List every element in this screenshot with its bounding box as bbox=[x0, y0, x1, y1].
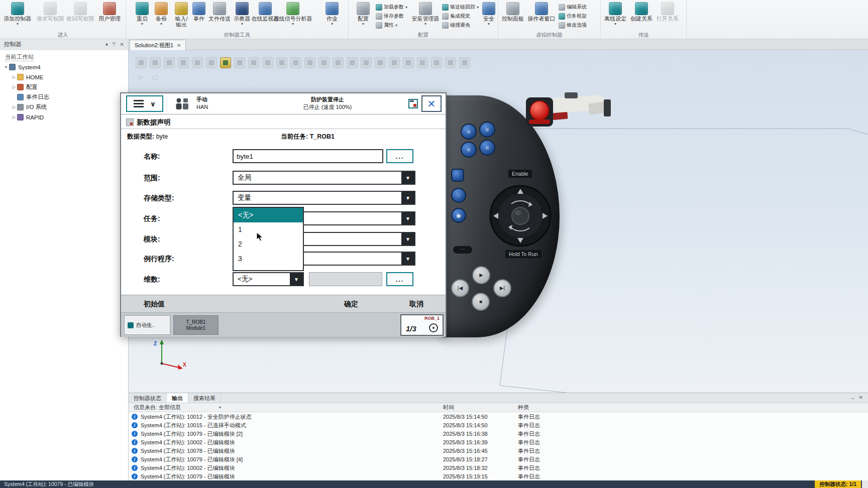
pendant-programmable-key-3[interactable]: ≡ bbox=[461, 142, 477, 158]
step-backward-button[interactable]: |◀ bbox=[451, 279, 469, 297]
ribbon-add-controller-button[interactable]: 添加控制器▾ bbox=[3, 1, 32, 31]
ribbon-configuration-button[interactable]: 配置▾ bbox=[353, 1, 374, 31]
dropdown-item-3[interactable]: 3 bbox=[234, 252, 303, 266]
ribbon-signal-analyzer-button[interactable]: 在线信号分析器▾ bbox=[273, 1, 313, 31]
play-simulation-icon[interactable]: ▷ bbox=[137, 72, 146, 81]
dimension-combo[interactable]: <无>▼ bbox=[233, 272, 304, 286]
log-row[interactable]: iSystem4 (工作站): 10002 - 已编辑模块2025/8/3 15… bbox=[129, 464, 868, 472]
graphics-tool-icon[interactable] bbox=[459, 57, 470, 68]
graphics-tool-icon[interactable] bbox=[304, 57, 315, 68]
ribbon-release-write-access-button[interactable]: 收回写权限 bbox=[66, 1, 94, 31]
close-icon[interactable]: ✕ bbox=[859, 395, 863, 400]
graphics-tool-icon[interactable] bbox=[347, 57, 358, 68]
tab-search-results[interactable]: 搜索结果 bbox=[188, 393, 221, 403]
ribbon-safety-button[interactable]: 安全▾ bbox=[480, 1, 497, 31]
log-row[interactable]: iSystem4 (工作站): 10002 - 已编辑模块2025/8/3 15… bbox=[129, 438, 868, 447]
scope-combo[interactable]: 全局▼ bbox=[233, 171, 415, 185]
dimension-browse-button[interactable]: ... bbox=[386, 272, 413, 286]
column-category[interactable]: 种类 bbox=[518, 403, 529, 412]
graphics-tool-icon[interactable] bbox=[136, 57, 147, 68]
ribbon-jobs-button[interactable]: 作业▾ bbox=[321, 1, 343, 31]
ribbon-open-relation-button[interactable]: 打开关系 bbox=[656, 1, 679, 31]
ribbon-inputs-outputs-button[interactable]: 输入/输出 bbox=[172, 1, 190, 31]
record-view-icon[interactable]: ▢ bbox=[151, 72, 160, 81]
ribbon-collision-avoidance-button[interactable]: 碰撞避免 bbox=[442, 21, 470, 29]
graphics-tool-icon[interactable] bbox=[417, 57, 428, 68]
pendant-programmable-key-2[interactable]: ≡ bbox=[479, 121, 495, 138]
ribbon-backup-button[interactable]: 备份▾ bbox=[151, 1, 171, 31]
ribbon-properties-button[interactable]: 属性▾ bbox=[376, 21, 397, 29]
ribbon-file-transfer-button[interactable]: 文件传送 bbox=[207, 1, 232, 31]
ribbon-events-button[interactable]: 事件 bbox=[188, 1, 209, 31]
collapse-arrow-icon[interactable]: ▷ bbox=[11, 75, 17, 79]
ribbon-operator-window-button[interactable]: 操作者窗口 bbox=[526, 1, 557, 31]
ribbon-restart-button[interactable]: 重启▾ bbox=[131, 1, 153, 31]
panel-menu-icon[interactable]: ▾ bbox=[105, 39, 108, 50]
name-input[interactable] bbox=[233, 149, 383, 163]
log-row[interactable]: iSystem4 (工作站): 10079 - 已编辑模块 [4]2025/8/… bbox=[129, 455, 868, 464]
graphics-tool-icon[interactable] bbox=[403, 57, 414, 68]
name-browse-button[interactable]: ... bbox=[386, 149, 413, 163]
collapse-arrow-icon[interactable]: ▷ bbox=[11, 115, 17, 119]
graphics-tool-icon[interactable] bbox=[361, 57, 372, 68]
ribbon-load-parameters-button[interactable]: 加载参数▾ bbox=[376, 3, 407, 11]
pendant-programmable-key-4[interactable]: ≡ bbox=[479, 140, 495, 156]
log-row[interactable]: iSystem4 (工作站): 10015 - 已选择手动模式2025/8/3 … bbox=[129, 421, 868, 430]
graphics-tool-icon[interactable] bbox=[262, 57, 273, 68]
graphics-tool-icon[interactable] bbox=[248, 57, 259, 68]
graphics-tool-icon[interactable] bbox=[431, 57, 442, 68]
tree-item-event-log[interactable]: 事件日志 bbox=[0, 92, 128, 102]
ribbon-task-frames-button[interactable]: 任务框架 bbox=[559, 12, 587, 20]
pendant-motors-key[interactable]: ◌ bbox=[451, 188, 466, 203]
ribbon-user-management-button[interactable]: 用户管理 bbox=[96, 1, 123, 31]
ribbon-control-panel-button[interactable]: 控制面板 bbox=[500, 1, 525, 31]
joystick[interactable] bbox=[485, 181, 556, 251]
chevron-down-icon[interactable]: ▾ bbox=[219, 403, 221, 412]
ribbon-flexpendant-button[interactable]: 示教器▾ bbox=[233, 1, 252, 31]
step-forward-button[interactable]: ▶| bbox=[493, 279, 511, 297]
start-button[interactable]: ▶ bbox=[472, 266, 490, 284]
graphics-tool-icon[interactable] bbox=[206, 57, 217, 68]
ribbon-conveyor-tracking-button[interactable]: 输送链跟踪▾ bbox=[442, 3, 479, 11]
tab-output[interactable]: 输出 bbox=[167, 393, 188, 403]
column-time[interactable]: 时间 bbox=[443, 403, 454, 412]
graphics-tool-icon[interactable] bbox=[375, 57, 386, 68]
graphics-tool-icon[interactable] bbox=[333, 57, 344, 68]
pendant-more-button[interactable]: ··· bbox=[453, 246, 472, 254]
graphics-tool-icon[interactable] bbox=[234, 57, 245, 68]
tree-item-home[interactable]: ▷HOME bbox=[0, 72, 128, 82]
screen-tool-icon[interactable] bbox=[408, 99, 418, 108]
graphics-tool-icon[interactable] bbox=[150, 57, 161, 68]
tree-item-rapid[interactable]: ▷RAPID bbox=[0, 112, 128, 122]
tree-item-current-station[interactable]: 当前工作站 bbox=[0, 52, 128, 62]
taskbar-module-button[interactable]: T_ROB1Module1 bbox=[173, 315, 219, 335]
dropdown-item-none[interactable]: <无> bbox=[234, 208, 303, 222]
graphics-tool-icon[interactable] bbox=[445, 57, 456, 68]
tree-item-system4[interactable]: ▾System4 bbox=[0, 62, 128, 72]
ribbon-modify-options-button[interactable]: 修改选项 bbox=[559, 21, 587, 29]
graphics-tool-icon[interactable] bbox=[192, 57, 203, 68]
pendant-menu-key[interactable] bbox=[451, 169, 464, 182]
close-icon[interactable]: ✕ bbox=[120, 39, 124, 50]
ribbon-edit-system-button[interactable]: 编辑系统 bbox=[559, 3, 587, 11]
controller-status-badge[interactable]: 控制器状态: 1/1 bbox=[815, 480, 861, 488]
taskbar-app-button[interactable]: 自动生.. bbox=[124, 315, 170, 335]
graphics-tool-icon[interactable] bbox=[178, 57, 189, 68]
log-row[interactable]: iSystem4 (工作站): 10079 - 已编辑模块2025/8/3 15… bbox=[129, 472, 868, 481]
collapse-arrow-icon[interactable]: ▷ bbox=[11, 85, 17, 89]
close-screen-button[interactable]: ✕ bbox=[421, 95, 442, 112]
stop-button[interactable]: ■ bbox=[472, 293, 490, 311]
graphics-tool-icon[interactable] bbox=[276, 57, 287, 68]
log-row[interactable]: iSystem4 (工作站): 10079 - 已编辑模块 [2]2025/8/… bbox=[129, 430, 868, 438]
storage-type-combo[interactable]: 变量▼ bbox=[233, 191, 415, 205]
initial-value-button[interactable]: 初始值 bbox=[144, 295, 165, 312]
graphics-tool-icon[interactable] bbox=[318, 57, 330, 68]
ribbon-save-parameters-button[interactable]: 保存参数 bbox=[376, 12, 404, 20]
collapse-arrow-icon[interactable]: ▷ bbox=[11, 105, 17, 109]
log-filter[interactable]: 信息来自: 全部信息 bbox=[134, 403, 181, 412]
close-icon[interactable]: ✕ bbox=[177, 41, 181, 50]
dropdown-item-1[interactable]: 1 bbox=[234, 222, 303, 237]
cancel-button[interactable]: 取消 bbox=[409, 295, 423, 312]
ok-button[interactable]: 确定 bbox=[344, 295, 358, 312]
log-row[interactable]: iSystem4 (工作站): 10012 - 安全防护停止状态2025/8/3… bbox=[129, 413, 868, 421]
